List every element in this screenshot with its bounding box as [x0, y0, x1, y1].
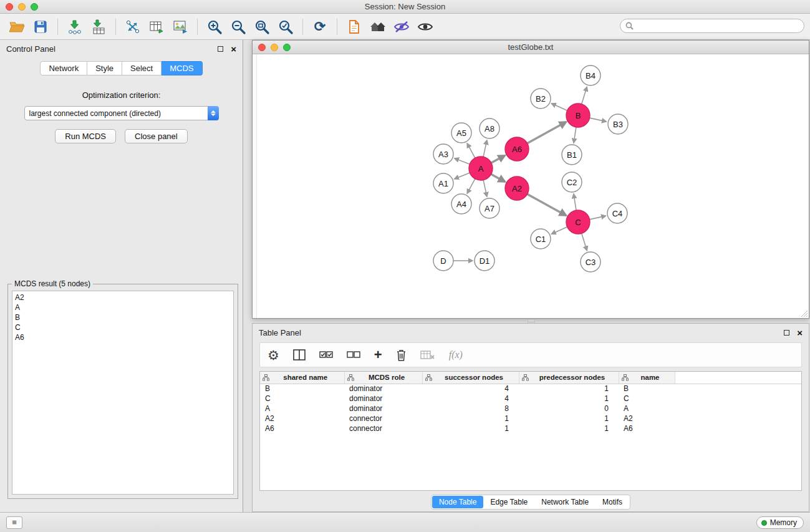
graph-edge-B-B1[interactable]: [574, 127, 576, 143]
table-row[interactable]: Cdominator41C: [260, 394, 801, 404]
graph-node-C4[interactable]: C4: [607, 203, 627, 223]
import-table-button[interactable]: [87, 16, 110, 37]
open-session-button[interactable]: [5, 16, 29, 37]
horizontal-splitter-handle[interactable]: [528, 319, 535, 322]
tab-select[interactable]: Select: [122, 61, 162, 75]
optimization-criterion-select[interactable]: largest connected component (directed): [24, 106, 219, 120]
add-column-button[interactable]: +: [374, 348, 382, 362]
graph-edge-A-A8[interactable]: [483, 140, 487, 157]
graph-node-D1[interactable]: D1: [475, 251, 494, 271]
graph-node-A[interactable]: A: [469, 157, 493, 180]
graph-edge-A-A7[interactable]: [483, 180, 487, 197]
graph-node-A3[interactable]: A3: [433, 144, 453, 164]
refresh-view-button[interactable]: ⟳: [308, 16, 332, 37]
table-settings-button[interactable]: ⚙: [268, 349, 279, 362]
graph-edge-C-C1[interactable]: [551, 227, 567, 234]
column-header-predecessor-nodes[interactable]: predecessor nodes: [519, 372, 619, 384]
mcds-result-item[interactable]: A: [12, 302, 233, 312]
zoom-fit-button[interactable]: [250, 16, 274, 37]
graph-node-C[interactable]: C: [566, 210, 590, 234]
tab-edge-table[interactable]: Edge Table: [483, 496, 534, 508]
table-row[interactable]: A2connector11A2: [260, 414, 801, 423]
graph-node-A4[interactable]: A4: [451, 194, 471, 214]
graph-edge-A-A5[interactable]: [467, 143, 475, 158]
graph-edge-A-A2[interactable]: [491, 174, 505, 181]
tab-network[interactable]: Network: [40, 61, 87, 75]
layout-network-button[interactable]: [121, 16, 145, 37]
node-table-container[interactable]: shared name MCDS role successor nodes pr…: [259, 371, 802, 491]
function-builder-button[interactable]: f(x): [449, 349, 463, 360]
tab-node-table[interactable]: Node Table: [432, 496, 484, 508]
resize-grip-icon[interactable]: [801, 310, 808, 317]
float-panel-icon[interactable]: [218, 46, 223, 52]
graph-edge-B-B2[interactable]: [551, 104, 567, 110]
graph-node-B[interactable]: B: [566, 104, 590, 127]
delete-column-button[interactable]: [396, 349, 407, 361]
zoom-in-button[interactable]: [203, 16, 226, 37]
graph-node-C2[interactable]: C2: [562, 172, 582, 192]
graph-edge-B-B4[interactable]: [582, 87, 587, 104]
graph-edge-A2-C[interactable]: [528, 194, 566, 215]
graph-edge-A6-B[interactable]: [528, 122, 566, 143]
graph-edge-A-A1[interactable]: [455, 173, 470, 179]
mcds-result-list[interactable]: A2ABCA6: [12, 291, 234, 495]
delete-table-button[interactable]: [420, 350, 435, 360]
zoom-out-button[interactable]: [226, 16, 250, 37]
mcds-result-item[interactable]: B: [12, 312, 233, 322]
show-columns-button[interactable]: [293, 349, 306, 360]
graph-node-B4[interactable]: B4: [581, 65, 600, 85]
import-network-button[interactable]: [63, 16, 87, 37]
column-header-successor-nodes[interactable]: successor nodes: [422, 372, 519, 384]
tab-mcds[interactable]: MCDS: [162, 61, 202, 75]
graph-node-B3[interactable]: B3: [608, 114, 628, 134]
network-graph[interactable]: AA6A2BCA5A8A3A1A4A7B2B4B3B1C2C4C1C3DD1: [253, 54, 809, 318]
graph-node-A1[interactable]: A1: [433, 173, 453, 193]
home-network-button[interactable]: [366, 16, 390, 37]
table-row[interactable]: Adominator80A: [260, 404, 801, 414]
close-table-panel-icon[interactable]: ×: [797, 328, 803, 337]
graph-node-A6[interactable]: A6: [505, 137, 529, 161]
new-table-column-button[interactable]: [145, 16, 168, 37]
select-all-rows-button[interactable]: [319, 350, 333, 360]
run-mcds-button[interactable]: Run MCDS: [55, 129, 116, 143]
graph-edge-B-B3[interactable]: [590, 118, 607, 122]
graph-edge-A-A4[interactable]: [467, 179, 475, 194]
table-row[interactable]: A6connector11A6: [260, 423, 801, 433]
tab-network-table[interactable]: Network Table: [534, 496, 595, 508]
zoom-selected-button[interactable]: [274, 16, 297, 37]
mcds-result-item[interactable]: A6: [12, 332, 233, 342]
open-document-button[interactable]: [342, 16, 366, 37]
tab-style[interactable]: Style: [87, 61, 122, 75]
network-canvas[interactable]: AA6A2BCA5A8A3A1A4A7B2B4B3B1C2C4C1C3DD1: [253, 54, 809, 318]
graph-node-C3[interactable]: C3: [581, 252, 600, 272]
graph-node-B2[interactable]: B2: [531, 89, 551, 109]
deselect-all-rows-button[interactable]: [347, 350, 360, 360]
table-row[interactable]: Bdominator41B: [260, 384, 801, 394]
graph-edge-C-C3[interactable]: [582, 233, 587, 251]
tab-motifs[interactable]: Motifs: [595, 496, 629, 508]
graph-edge-C-C4[interactable]: [590, 216, 606, 220]
close-panel-icon[interactable]: ×: [231, 44, 236, 54]
graph-node-A2[interactable]: A2: [505, 177, 529, 200]
save-session-button[interactable]: [29, 16, 52, 37]
task-history-button[interactable]: ≡: [6, 516, 22, 529]
memory-button[interactable]: Memory: [756, 516, 804, 529]
search-input[interactable]: [637, 22, 799, 31]
graph-node-B1[interactable]: B1: [562, 145, 582, 165]
dropdown-stepper[interactable]: [208, 106, 219, 120]
show-graphics-button[interactable]: [413, 16, 437, 37]
graph-edge-A-A6[interactable]: [491, 155, 505, 163]
export-image-button[interactable]: [168, 16, 192, 37]
close-panel-button[interactable]: Close panel: [125, 129, 188, 143]
search-box[interactable]: [620, 19, 804, 33]
graph-node-D[interactable]: D: [433, 251, 453, 271]
mcds-result-item[interactable]: A2: [12, 293, 233, 302]
graph-node-A7[interactable]: A7: [480, 198, 499, 218]
graph-node-A5[interactable]: A5: [451, 123, 471, 143]
network-window-titlebar[interactable]: testGlobe.txt: [253, 41, 809, 54]
column-header-mcds-role[interactable]: MCDS role: [344, 372, 422, 384]
column-header-shared-name[interactable]: shared name: [260, 372, 344, 384]
hide-graphics-button[interactable]: [390, 16, 413, 37]
column-header-name[interactable]: name: [619, 372, 675, 384]
graph-node-A8[interactable]: A8: [480, 118, 499, 138]
